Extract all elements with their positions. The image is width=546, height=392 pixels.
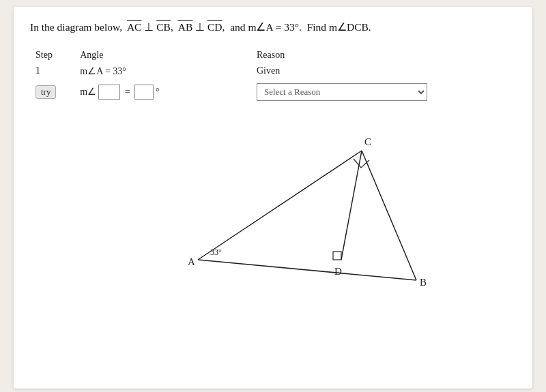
label-d: D <box>334 266 342 277</box>
reason-1: Given <box>251 63 516 79</box>
svg-line-0 <box>198 260 416 280</box>
problem-prefix: In the diagram below, <box>30 21 122 33</box>
segment-cd: CD <box>207 21 222 33</box>
segment-cb: CB <box>156 21 171 33</box>
try-cell: try <box>30 79 74 103</box>
angle-33-label: 33° <box>210 247 222 257</box>
degree-symbol: ° <box>156 87 160 97</box>
segment-ac: AC <box>127 21 142 33</box>
find-text: Find m∠DCB. <box>307 21 371 33</box>
proof-table: Step Angle Reason 1 m∠A = 33° Given try … <box>30 48 516 103</box>
m-angle-label: m∠ <box>80 86 96 97</box>
try-button[interactable]: try <box>35 85 56 99</box>
svg-rect-4 <box>333 252 341 260</box>
angle-1: m∠A = 33° <box>74 63 251 79</box>
label-b: B <box>420 277 427 288</box>
angle-name-input[interactable] <box>98 85 120 100</box>
header-reason: Reason <box>251 48 516 63</box>
segment-ab: AB <box>178 21 193 33</box>
table-row: 1 m∠A = 33° Given <box>30 63 516 79</box>
problem-text: In the diagram below, AC ⊥ CB, AB ⊥ CD, … <box>30 19 516 36</box>
try-row: try m∠ = ° Select a ReasonGivenDefinitio… <box>30 79 516 103</box>
angle-value-input[interactable] <box>134 85 154 100</box>
reason-select[interactable]: Select a ReasonGivenDefinition of Perpen… <box>257 83 427 101</box>
geometry-diagram: A B C D 33° <box>109 110 437 301</box>
label-c: C <box>364 136 371 147</box>
try-reason-cell: Select a ReasonGivenDefinition of Perpen… <box>251 79 516 103</box>
angle-input-group: m∠ = ° <box>80 85 159 100</box>
step-1: 1 <box>30 63 74 79</box>
main-page: In the diagram below, AC ⊥ CB, AB ⊥ CD, … <box>14 7 532 389</box>
header-step: Step <box>30 48 74 63</box>
svg-line-3 <box>341 151 362 260</box>
try-angle-cell: m∠ = ° <box>74 79 251 103</box>
label-a: A <box>188 256 195 267</box>
svg-line-1 <box>198 151 362 260</box>
header-angle: Angle <box>74 48 251 63</box>
equals-sign: = <box>122 87 132 97</box>
diagram-area: A B C D 33° <box>30 110 516 301</box>
svg-line-2 <box>362 151 416 280</box>
